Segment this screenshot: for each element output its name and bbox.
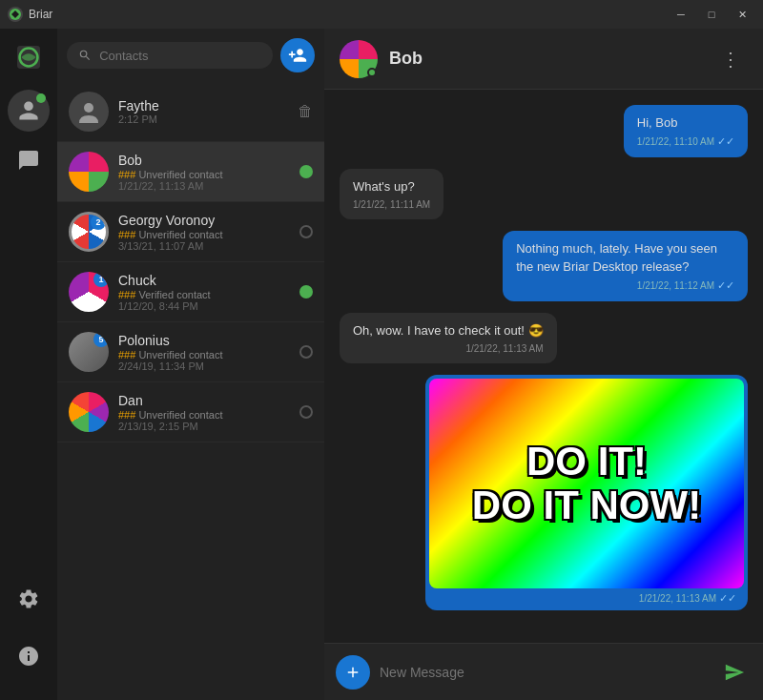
list-item[interactable]: Bob ### Unverified contact 1/21/22, 11:1… (57, 142, 324, 202)
send-icon (724, 662, 745, 683)
gif-line-1: DO IT! (472, 440, 701, 484)
message-time: 1/21/22, 11:13 AM (353, 343, 544, 354)
unread-badge: 5 (93, 332, 109, 347)
contact-time: 2:12 PM (118, 113, 288, 125)
list-item[interactable]: 1 Chuck ### Verified contact 1/12/20, 8:… (57, 262, 324, 322)
contact-info: Dan ### Unverified contact 2/13/19, 2:15… (118, 393, 290, 432)
sidebar (0, 29, 57, 700)
chat-menu-button[interactable]: ⋮ (713, 44, 748, 74)
contact-status: ### Unverified contact (118, 229, 290, 240)
online-status (299, 165, 313, 178)
contact-status: ### Unverified contact (118, 169, 290, 180)
chat-contact-name: Bob (389, 49, 702, 69)
sidebar-logo[interactable] (8, 36, 50, 78)
chat-avatar (340, 40, 378, 78)
contact-time: 1/21/22, 11:13 AM (118, 180, 290, 192)
sidebar-settings[interactable] (8, 578, 50, 620)
avatar: 2 (69, 212, 109, 252)
contact-time: 3/13/21, 11:07 AM (118, 240, 290, 252)
list-item[interactable]: 5 Polonius ### Unverified contact 2/24/1… (57, 322, 324, 382)
contact-time: 2/13/19, 2:15 PM (118, 421, 290, 432)
message-text: Hi, Bob (637, 114, 734, 132)
contact-status: ### Unverified contact (118, 409, 290, 421)
offline-status (299, 225, 313, 238)
contact-name: Bob (118, 153, 290, 168)
list-item[interactable]: Faythe 2:12 PM 🗑 (57, 82, 324, 142)
add-contact-button[interactable] (280, 38, 315, 72)
read-receipt: ✓✓ (719, 592, 736, 605)
sidebar-item-messages[interactable] (8, 139, 50, 181)
message-time: 1/21/22, 11:11 AM (353, 199, 430, 210)
search-bar (57, 29, 324, 82)
close-button[interactable]: ✕ (729, 6, 755, 23)
avatar (69, 152, 109, 192)
gif-line-2: DO IT NOW! (472, 484, 701, 527)
messages-list: Hi, Bob 1/21/22, 11:10 AM ✓✓ What's up? … (324, 90, 763, 643)
read-receipt: ✓✓ (717, 135, 734, 148)
message-bubble: Oh, wow. I have to check it out! 😎 1/21/… (340, 313, 557, 363)
avatar: 1 (69, 272, 109, 312)
avatar: 5 (69, 332, 109, 372)
contact-info: Bob ### Unverified contact 1/21/22, 11:1… (118, 153, 290, 192)
main-content: Faythe 2:12 PM 🗑 Bob ### Unverified cont… (0, 29, 763, 700)
read-receipt: ✓✓ (717, 279, 734, 292)
contact-name: Dan (118, 393, 290, 408)
chat-area: Bob ⋮ Hi, Bob 1/21/22, 11:10 AM ✓✓ What'… (324, 29, 763, 700)
contact-status: ### Verified contact (118, 289, 290, 300)
add-attachment-button[interactable] (336, 655, 370, 690)
contact-status: ### Unverified contact (118, 349, 290, 360)
search-input-wrap[interactable] (67, 42, 273, 69)
contacts-panel: Faythe 2:12 PM 🗑 Bob ### Unverified cont… (57, 29, 324, 700)
sidebar-bottom (8, 578, 50, 692)
unread-badge: 1 (93, 272, 109, 287)
message-text: Nothing much, lately. Have you seen the … (516, 240, 734, 275)
search-input[interactable] (99, 49, 261, 63)
message-image: DO IT! DO IT NOW! 1/21/22, 11:13 AM ✓✓ (425, 375, 748, 610)
message-time: 1/21/22, 11:12 AM ✓✓ (516, 279, 734, 292)
message-input[interactable] (380, 665, 708, 680)
message-text: Oh, wow. I have to check it out! 😎 (353, 322, 544, 340)
add-contact-icon (288, 46, 307, 65)
titlebar: Briar ─ □ ✕ (0, 0, 763, 29)
contact-info: Georgy Voronoy ### Unverified contact 3/… (118, 213, 290, 252)
search-icon (78, 48, 92, 63)
message-bubble: What's up? 1/21/22, 11:11 AM (340, 169, 443, 219)
contact-time: 2/24/19, 11:34 PM (118, 360, 290, 372)
message-text: What's up? (353, 178, 430, 196)
gif-content: DO IT! DO IT NOW! (429, 379, 744, 588)
maximize-button[interactable]: □ (698, 6, 725, 23)
minimize-button[interactable]: ─ (668, 6, 694, 23)
offline-status (299, 345, 313, 359)
titlebar-left: Briar (8, 7, 52, 22)
online-status (299, 285, 313, 299)
app-icon (8, 7, 23, 22)
chat-online-indicator (367, 68, 377, 77)
list-item[interactable]: Dan ### Unverified contact 2/13/19, 2:15… (57, 382, 324, 443)
contact-name: Polonius (118, 333, 290, 348)
contact-time: 1/12/20, 8:44 PM (118, 300, 290, 312)
window-controls: ─ □ ✕ (668, 6, 755, 23)
window-title: Briar (29, 8, 52, 21)
sidebar-info[interactable] (8, 635, 50, 677)
contact-name: Faythe (118, 98, 288, 113)
sidebar-item-contacts[interactable] (8, 90, 50, 132)
unread-badge: 2 (91, 215, 106, 230)
svg-point-3 (84, 103, 93, 113)
avatar (69, 92, 109, 132)
list-item[interactable]: 2 Georgy Voronoy ### Unverified contact … (57, 202, 324, 262)
contact-name: Georgy Voronoy (118, 213, 290, 228)
offline-status (299, 405, 313, 419)
message-input-bar (324, 643, 763, 700)
chat-header: Bob ⋮ (324, 29, 763, 90)
contact-name: Chuck (118, 273, 290, 288)
contact-info: Chuck ### Verified contact 1/12/20, 8:44… (118, 273, 290, 312)
contact-info: Faythe 2:12 PM (118, 98, 288, 125)
plus-icon (344, 664, 361, 681)
contact-info: Polonius ### Unverified contact 2/24/19,… (118, 333, 290, 372)
gif-text: DO IT! DO IT NOW! (472, 440, 701, 527)
send-button[interactable] (717, 655, 752, 690)
contact-list: Faythe 2:12 PM 🗑 Bob ### Unverified cont… (57, 82, 324, 700)
message-bubble: Nothing much, lately. Have you seen the … (503, 231, 748, 300)
message-time: 1/21/22, 11:10 AM ✓✓ (637, 135, 734, 148)
delete-icon[interactable]: 🗑 (298, 103, 313, 120)
